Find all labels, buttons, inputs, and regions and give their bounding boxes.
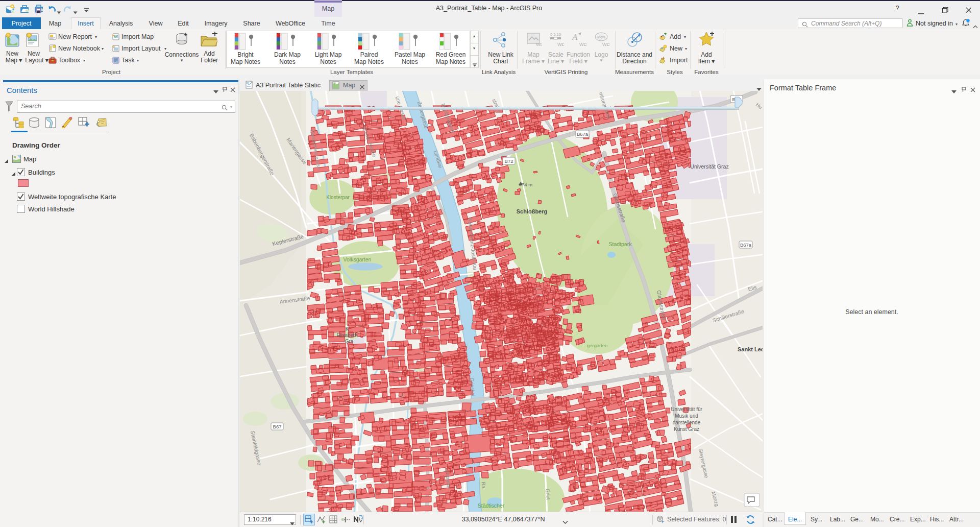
svg-text:Gra: Gra [345, 339, 354, 344]
svg-text:Universität Graz: Universität Graz [690, 163, 728, 170]
svg-text:Volksgarten: Volksgarten [344, 256, 372, 262]
svg-text:WD: WD [602, 42, 609, 47]
svg-text:A: A [572, 32, 578, 42]
svg-text:darstellende: darstellende [673, 420, 701, 425]
svg-text:gergarten: gergarten [587, 343, 608, 348]
svg-text:logo: logo [597, 35, 605, 39]
svg-text:B67a: B67a [577, 131, 589, 137]
svg-text:Schloßberg: Schloßberg [517, 208, 548, 214]
svg-text:Universität für: Universität für [671, 406, 702, 412]
svg-text:K: K [346, 326, 349, 332]
svg-text:Städtischer: Städtischer [478, 502, 505, 509]
svg-text:Griet: Griet [545, 488, 551, 500]
svg-text:WD: WD [557, 42, 564, 47]
svg-text:B67a: B67a [740, 242, 752, 248]
svg-text:B67: B67 [273, 424, 282, 429]
svg-text:Musik und: Musik und [675, 413, 698, 419]
svg-text:Sankt Leonha: Sankt Leonha [738, 346, 763, 352]
svg-text:WD: WD [536, 42, 542, 47]
svg-text:0 5 10: 0 5 10 [550, 32, 561, 37]
svg-text:Elisabeth: Elisabeth [336, 332, 357, 338]
svg-text:Stadtpark: Stadtpark [609, 241, 632, 247]
svg-text:Ra: Ra [480, 482, 486, 489]
svg-text:Kunst Graz: Kunst Graz [674, 426, 699, 432]
svg-text:Klosterpar: Klosterpar [326, 195, 350, 200]
svg-text:WD: WD [579, 42, 586, 47]
svg-text:B72: B72 [505, 158, 513, 164]
